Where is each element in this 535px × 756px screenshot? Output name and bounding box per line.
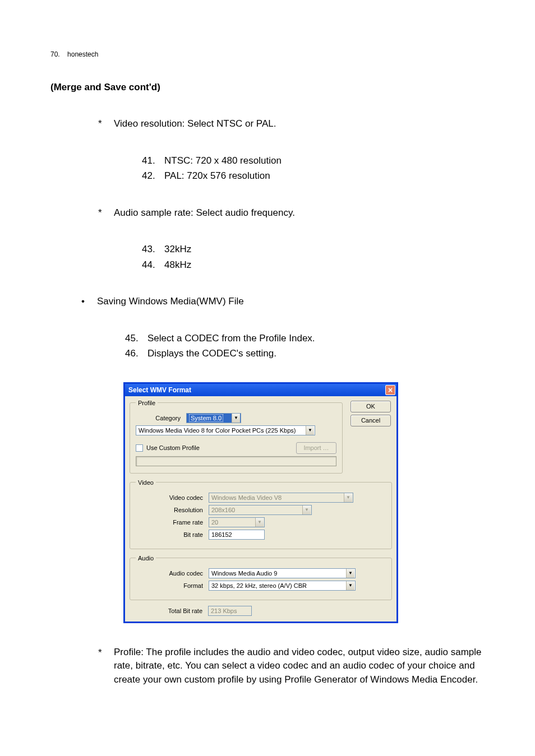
format-select[interactable]: 32 kbps, 22 kHz, stereo (A/V) CBR ▼ <box>209 581 356 591</box>
chevron-down-icon: ▼ <box>302 505 311 514</box>
num: 45. <box>125 331 139 346</box>
list-item: Saving Windows Media(WMV) File 45.Select… <box>81 294 485 361</box>
video-codec-value: Windows Media Video V8 <box>211 494 282 501</box>
profile-select[interactable]: Windows Media Video 8 for Color Pocket P… <box>136 425 315 435</box>
section-heading: (Merge and Save cont'd) <box>50 82 485 93</box>
video-codec-select[interactable]: Windows Media Video V8 ▼ <box>209 493 353 503</box>
chevron-down-icon: ▼ <box>344 493 352 502</box>
total-bitrate-field: 213 Kbps <box>208 606 252 616</box>
bitrate-field[interactable]: 186152 <box>209 530 265 540</box>
item-text: 32kHz <box>164 244 191 254</box>
total-bitrate-label: Total Bit rate <box>130 607 208 614</box>
list-item: 41.NTSC: 720 x 480 resolution <box>142 154 485 168</box>
chevron-down-icon: ▼ <box>306 426 314 435</box>
item-text: PAL: 720x 576 resolution <box>164 170 270 181</box>
item-text: Audio sample rate: Select audio frequenc… <box>114 207 295 218</box>
chevron-down-icon: ▼ <box>346 581 354 590</box>
item-text: Video resolution: Select NTSC or PAL. <box>114 118 276 129</box>
chevron-down-icon: ▼ <box>232 414 240 423</box>
list-item: 42.PAL: 720x 576 resolution <box>142 169 485 183</box>
item-text: Displays the CODEC's setting. <box>147 348 276 359</box>
audio-legend: Audio <box>136 555 156 562</box>
resolution-select[interactable]: 208x160 ▼ <box>209 505 312 515</box>
resolution-label: Resolution <box>136 507 209 513</box>
item-text: Saving Windows Media(WMV) File <box>97 296 244 307</box>
list-item: Profile: The profile includes the audio … <box>98 646 485 687</box>
format-value: 32 kbps, 22 kHz, stereo (A/V) CBR <box>211 582 307 589</box>
page-number: 70. <box>50 50 60 58</box>
use-custom-profile-checkbox[interactable] <box>136 444 143 452</box>
video-group: Video Video codec Windows Media Video V8… <box>130 479 392 549</box>
num: 46. <box>125 346 139 361</box>
close-button[interactable]: × <box>385 385 395 395</box>
titlebar[interactable]: Select WMV Format × <box>125 384 396 396</box>
category-select[interactable]: System 8.0 ▼ <box>186 413 241 423</box>
list-item: 46.Displays the CODEC's setting. <box>125 346 485 361</box>
dialog-select-wmv-format: Select WMV Format × OK Cancel Profile Ca… <box>123 382 398 623</box>
profile-paragraph: Profile: The profile includes the audio … <box>114 646 485 687</box>
page-header: 70. honestech <box>50 50 485 58</box>
item-text: NTSC: 720 x 480 resolution <box>164 155 282 166</box>
custom-profile-path <box>136 456 336 466</box>
profile-legend: Profile <box>136 400 158 406</box>
audio-codec-label: Audio codec <box>136 570 209 577</box>
list-item: 44.48kHz <box>142 258 485 272</box>
profile-value: Windows Media Video 8 for Color Pocket P… <box>139 427 296 434</box>
num: 41. <box>142 154 155 168</box>
list-item: Audio sample rate: Select audio frequenc… <box>98 206 485 272</box>
resolution-value: 208x160 <box>211 507 235 513</box>
item-text: Select a CODEC from the Profile Index. <box>147 333 315 344</box>
framerate-label: Frame rate <box>136 519 209 526</box>
cancel-button[interactable]: Cancel <box>350 415 391 426</box>
video-legend: Video <box>136 479 156 486</box>
framerate-value: 20 <box>211 519 218 526</box>
chevron-down-icon: ▼ <box>346 569 354 578</box>
brand: honestech <box>67 50 98 58</box>
num: 42. <box>142 169 155 183</box>
audio-codec-select[interactable]: Windows Media Audio 9 ▼ <box>209 568 356 578</box>
audio-group: Audio Audio codec Windows Media Audio 9 … <box>130 555 392 600</box>
total-bitrate-value: 213 Kbps <box>211 607 237 614</box>
audio-codec-value: Windows Media Audio 9 <box>211 570 277 577</box>
dialog-title: Select WMV Format <box>128 386 191 394</box>
chevron-down-icon: ▼ <box>255 518 264 527</box>
use-custom-profile-label: Use Custom Profile <box>146 444 200 451</box>
close-icon: × <box>388 386 393 394</box>
item-text: 48kHz <box>164 259 191 270</box>
import-button[interactable]: Import … <box>296 442 336 454</box>
list-item: Video resolution: Select NTSC or PAL. 41… <box>98 117 485 183</box>
category-label: Category <box>136 415 186 421</box>
format-label: Format <box>136 582 209 589</box>
list-item: 43.32kHz <box>142 242 485 257</box>
framerate-select[interactable]: 20 ▼ <box>209 517 265 527</box>
bitrate-label: Bit rate <box>136 531 209 538</box>
ok-button[interactable]: OK <box>350 401 391 412</box>
video-codec-label: Video codec <box>136 494 209 501</box>
bitrate-value: 186152 <box>211 531 232 538</box>
num: 43. <box>142 242 155 257</box>
category-value: System 8.0 <box>189 414 223 422</box>
list-item: 45.Select a CODEC from the Profile Index… <box>125 331 485 346</box>
num: 44. <box>142 258 155 272</box>
profile-group: Profile Category System 8.0 ▼ Windows Me… <box>130 400 343 474</box>
